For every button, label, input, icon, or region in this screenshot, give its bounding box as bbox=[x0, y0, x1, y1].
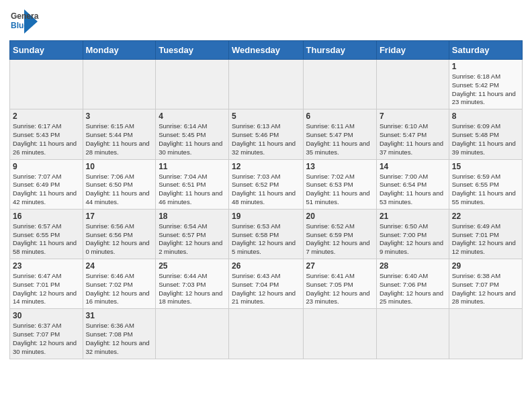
calendar-cell: 2Sunrise: 6:17 AM Sunset: 5:43 PM Daylig… bbox=[10, 109, 83, 159]
day-number: 31 bbox=[86, 311, 153, 320]
day-number: 3 bbox=[86, 111, 153, 121]
calendar-cell: 4Sunrise: 6:14 AM Sunset: 5:45 PM Daylig… bbox=[156, 109, 229, 159]
day-info: Sunrise: 6:38 AM Sunset: 7:07 PM Dayligh… bbox=[452, 272, 519, 306]
day-info: Sunrise: 6:17 AM Sunset: 5:43 PM Dayligh… bbox=[13, 122, 80, 156]
day-info: Sunrise: 6:15 AM Sunset: 5:44 PM Dayligh… bbox=[86, 122, 153, 156]
calendar-cell: 25Sunrise: 6:44 AM Sunset: 7:03 PM Dayli… bbox=[156, 259, 229, 309]
calendar-cell: 12Sunrise: 7:03 AM Sunset: 6:52 PM Dayli… bbox=[229, 159, 303, 209]
day-number: 6 bbox=[306, 111, 373, 121]
calendar-cell: 8Sunrise: 6:09 AM Sunset: 5:48 PM Daylig… bbox=[449, 109, 522, 159]
day-number: 16 bbox=[13, 212, 80, 221]
calendar-week-row: 23Sunrise: 6:47 AM Sunset: 7:01 PM Dayli… bbox=[10, 259, 523, 309]
day-number: 7 bbox=[380, 111, 446, 121]
calendar-cell: 3Sunrise: 6:15 AM Sunset: 5:44 PM Daylig… bbox=[83, 109, 156, 159]
calendar-cell: 15Sunrise: 6:59 AM Sunset: 6:55 PM Dayli… bbox=[449, 159, 522, 209]
weekday-header-saturday: Saturday bbox=[449, 41, 522, 60]
day-number: 17 bbox=[86, 212, 153, 221]
day-info: Sunrise: 6:56 AM Sunset: 6:56 PM Dayligh… bbox=[86, 222, 153, 257]
calendar-cell: 13Sunrise: 7:02 AM Sunset: 6:53 PM Dayli… bbox=[303, 159, 376, 209]
calendar-cell bbox=[10, 60, 83, 109]
weekday-header-wednesday: Wednesday bbox=[229, 41, 303, 60]
calendar-cell bbox=[303, 60, 376, 109]
day-number: 22 bbox=[452, 212, 519, 221]
calendar-cell: 14Sunrise: 7:00 AM Sunset: 6:54 PM Dayli… bbox=[376, 159, 449, 209]
day-number: 14 bbox=[380, 162, 446, 171]
day-info: Sunrise: 6:13 AM Sunset: 5:46 PM Dayligh… bbox=[232, 122, 300, 156]
calendar-cell: 20Sunrise: 6:52 AM Sunset: 6:59 PM Dayli… bbox=[303, 209, 376, 259]
calendar-table: SundayMondayTuesdayWednesdayThursdayFrid… bbox=[9, 40, 523, 359]
day-number: 24 bbox=[86, 261, 153, 271]
day-number: 2 bbox=[13, 111, 80, 121]
calendar-week-row: 30Sunrise: 6:37 AM Sunset: 7:07 PM Dayli… bbox=[10, 309, 523, 359]
day-number: 8 bbox=[452, 111, 519, 121]
calendar-cell bbox=[229, 60, 303, 109]
day-info: Sunrise: 6:44 AM Sunset: 7:03 PM Dayligh… bbox=[159, 272, 226, 306]
day-number: 11 bbox=[159, 162, 226, 171]
day-number: 15 bbox=[452, 162, 519, 171]
weekday-header-monday: Monday bbox=[83, 41, 156, 60]
header: GeneralBlue bbox=[9, 7, 523, 36]
calendar-cell: 5Sunrise: 6:13 AM Sunset: 5:46 PM Daylig… bbox=[229, 109, 303, 159]
calendar-week-row: 16Sunrise: 6:57 AM Sunset: 6:55 PM Dayli… bbox=[10, 209, 523, 259]
day-number: 23 bbox=[13, 261, 80, 271]
day-info: Sunrise: 7:07 AM Sunset: 6:49 PM Dayligh… bbox=[13, 173, 80, 207]
calendar-cell bbox=[303, 309, 376, 359]
page: GeneralBlue SundayMondayTuesdayWednesday… bbox=[0, 0, 532, 366]
day-number: 5 bbox=[232, 111, 300, 121]
calendar-cell: 23Sunrise: 6:47 AM Sunset: 7:01 PM Dayli… bbox=[10, 259, 83, 309]
day-info: Sunrise: 6:37 AM Sunset: 7:07 PM Dayligh… bbox=[13, 322, 80, 356]
svg-text:General: General bbox=[11, 11, 39, 21]
weekday-header-sunday: Sunday bbox=[10, 41, 83, 60]
day-info: Sunrise: 7:06 AM Sunset: 6:50 PM Dayligh… bbox=[86, 173, 153, 207]
day-info: Sunrise: 6:09 AM Sunset: 5:48 PM Dayligh… bbox=[452, 122, 519, 156]
day-number: 13 bbox=[306, 162, 373, 171]
day-number: 25 bbox=[159, 261, 226, 271]
calendar-week-row: 9Sunrise: 7:07 AM Sunset: 6:49 PM Daylig… bbox=[10, 159, 523, 209]
day-info: Sunrise: 6:10 AM Sunset: 5:47 PM Dayligh… bbox=[380, 122, 446, 156]
calendar-cell: 10Sunrise: 7:06 AM Sunset: 6:50 PM Dayli… bbox=[83, 159, 156, 209]
calendar-cell: 19Sunrise: 6:53 AM Sunset: 6:58 PM Dayli… bbox=[229, 209, 303, 259]
day-number: 28 bbox=[380, 261, 446, 271]
calendar-week-row: 1Sunrise: 6:18 AM Sunset: 5:42 PM Daylig… bbox=[10, 60, 523, 109]
calendar-cell bbox=[449, 309, 522, 359]
day-info: Sunrise: 6:59 AM Sunset: 6:55 PM Dayligh… bbox=[452, 173, 519, 207]
calendar-cell: 31Sunrise: 6:36 AM Sunset: 7:08 PM Dayli… bbox=[83, 309, 156, 359]
day-info: Sunrise: 7:03 AM Sunset: 6:52 PM Dayligh… bbox=[232, 173, 300, 207]
day-info: Sunrise: 6:49 AM Sunset: 7:01 PM Dayligh… bbox=[452, 222, 519, 257]
day-number: 29 bbox=[452, 261, 519, 271]
day-number: 12 bbox=[232, 162, 300, 171]
calendar-cell: 6Sunrise: 6:11 AM Sunset: 5:47 PM Daylig… bbox=[303, 109, 376, 159]
day-info: Sunrise: 6:36 AM Sunset: 7:08 PM Dayligh… bbox=[86, 322, 153, 356]
weekday-header-friday: Friday bbox=[376, 41, 449, 60]
calendar-cell bbox=[156, 309, 229, 359]
calendar-cell bbox=[376, 309, 449, 359]
logo: GeneralBlue bbox=[9, 7, 39, 36]
calendar-cell bbox=[83, 60, 156, 109]
day-info: Sunrise: 6:57 AM Sunset: 6:55 PM Dayligh… bbox=[13, 222, 80, 257]
calendar-cell: 29Sunrise: 6:38 AM Sunset: 7:07 PM Dayli… bbox=[449, 259, 522, 309]
day-info: Sunrise: 6:46 AM Sunset: 7:02 PM Dayligh… bbox=[86, 272, 153, 306]
day-info: Sunrise: 7:02 AM Sunset: 6:53 PM Dayligh… bbox=[306, 173, 373, 207]
day-number: 21 bbox=[380, 212, 446, 221]
calendar-cell: 22Sunrise: 6:49 AM Sunset: 7:01 PM Dayli… bbox=[449, 209, 522, 259]
day-number: 1 bbox=[452, 62, 519, 71]
day-info: Sunrise: 6:18 AM Sunset: 5:42 PM Dayligh… bbox=[452, 73, 519, 107]
calendar-body: 1Sunrise: 6:18 AM Sunset: 5:42 PM Daylig… bbox=[10, 60, 523, 359]
calendar-cell: 11Sunrise: 7:04 AM Sunset: 6:51 PM Dayli… bbox=[156, 159, 229, 209]
calendar-cell: 7Sunrise: 6:10 AM Sunset: 5:47 PM Daylig… bbox=[376, 109, 449, 159]
day-info: Sunrise: 7:00 AM Sunset: 6:54 PM Dayligh… bbox=[380, 173, 446, 207]
day-info: Sunrise: 6:14 AM Sunset: 5:45 PM Dayligh… bbox=[159, 122, 226, 156]
day-number: 10 bbox=[86, 162, 153, 171]
svg-text:Blue: Blue bbox=[11, 21, 28, 30]
day-info: Sunrise: 6:43 AM Sunset: 7:04 PM Dayligh… bbox=[232, 272, 300, 306]
day-info: Sunrise: 6:50 AM Sunset: 7:00 PM Dayligh… bbox=[380, 222, 446, 257]
day-number: 30 bbox=[13, 311, 80, 320]
day-number: 27 bbox=[306, 261, 373, 271]
calendar-cell: 24Sunrise: 6:46 AM Sunset: 7:02 PM Dayli… bbox=[83, 259, 156, 309]
day-info: Sunrise: 6:11 AM Sunset: 5:47 PM Dayligh… bbox=[306, 122, 373, 156]
calendar-cell: 28Sunrise: 6:40 AM Sunset: 7:06 PM Dayli… bbox=[376, 259, 449, 309]
calendar-cell: 21Sunrise: 6:50 AM Sunset: 7:00 PM Dayli… bbox=[376, 209, 449, 259]
day-number: 26 bbox=[232, 261, 300, 271]
day-info: Sunrise: 6:54 AM Sunset: 6:57 PM Dayligh… bbox=[159, 222, 226, 257]
calendar-cell bbox=[376, 60, 449, 109]
